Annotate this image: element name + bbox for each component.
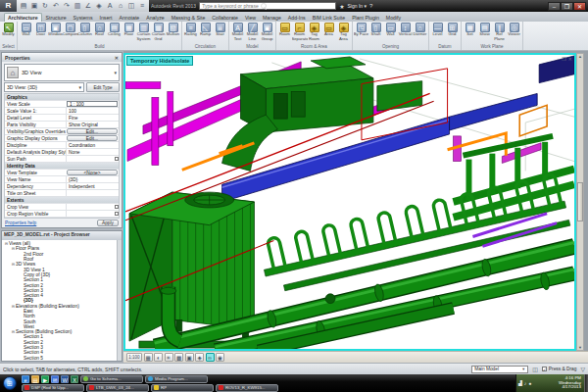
mail-icon[interactable]: ✉ (51, 375, 59, 383)
close-icon[interactable]: ✕ (115, 55, 119, 61)
visual-style-icon[interactable]: ◐ (154, 353, 163, 362)
media-player-icon[interactable]: ▶ (41, 375, 49, 383)
property-value[interactable]: {3D} (66, 176, 119, 182)
property-checkbox[interactable] (115, 212, 120, 217)
property-value[interactable]: Fine (66, 115, 119, 121)
project-browser-header[interactable]: MEP_3D_MODEL.rvt - Project Browser (2, 231, 122, 240)
ribbon-tab[interactable]: Insert (97, 14, 116, 22)
property-value[interactable]: 1 : 100 (67, 101, 118, 107)
property-row[interactable]: Graphics (5, 94, 119, 101)
ribbon-button[interactable]: ▭Room (277, 23, 292, 42)
ribbon-button[interactable]: ◺Ramp (198, 23, 213, 42)
ribbon-button[interactable]: ▥Curtain System (136, 23, 151, 42)
sign-in-button[interactable]: Sign In ▾ (348, 3, 367, 9)
ribbon-tab[interactable]: Analyze (143, 14, 167, 22)
property-checkbox[interactable] (115, 157, 120, 162)
save-icon[interactable]: ▣ (29, 1, 39, 11)
ribbon-button[interactable]: ▢Component (63, 23, 77, 42)
help-icon[interactable]: ? (369, 3, 372, 9)
ribbon-tab[interactable]: BIM Link Suite (310, 14, 348, 22)
ribbon-button[interactable]: ◈Tag Room (307, 23, 321, 42)
property-checkbox[interactable] (115, 205, 120, 210)
view-close-button[interactable]: ✕ (568, 56, 572, 62)
property-row[interactable]: Sun Path (5, 156, 119, 163)
ribbon-button[interactable]: ◳By Face (354, 23, 368, 42)
ribbon-tab[interactable]: View (242, 14, 259, 22)
ribbon-button[interactable]: ▣Model Group (260, 23, 274, 42)
property-row[interactable]: Default Analysis Display Style None (5, 149, 119, 156)
property-value[interactable] (66, 156, 113, 162)
ribbon-button[interactable]: ▣Window (48, 23, 63, 42)
measure-icon[interactable]: ∠ (83, 1, 93, 11)
minimize-button[interactable]: – (548, 2, 561, 11)
reveal-hidden-elements-icon[interactable]: ◉ (216, 353, 224, 362)
taskbar-window-button[interactable]: RP (151, 384, 214, 392)
ribbon-tab[interactable]: Massing & Site (169, 14, 209, 22)
ribbon-tab[interactable]: Manage (260, 14, 284, 22)
thin-lines-icon[interactable]: ≡ (137, 1, 147, 11)
show-desktop-button[interactable] (584, 374, 588, 392)
ribbon-button[interactable]: ◎Viewer (507, 23, 521, 42)
ribbon-button[interactable]: ▭Wall (383, 23, 398, 42)
temporary-hide-isolate-icon[interactable]: ∞ (206, 353, 215, 362)
property-row[interactable]: Crop View (5, 204, 119, 211)
ribbon-button[interactable]: ▤Show (477, 23, 492, 42)
taskbar-window-button[interactable]: LTB_DWK_03_24... (86, 384, 149, 392)
apply-button[interactable]: Apply (97, 220, 119, 226)
ribbon-button[interactable]: ╱Model Line (245, 23, 260, 42)
property-value[interactable]: None (66, 149, 119, 155)
default-3d-view-icon[interactable]: ⌂ (116, 1, 125, 11)
ribbon-button[interactable]: ⌂Roof (92, 23, 107, 42)
ribbon-button[interactable]: ≡Railing (183, 23, 198, 42)
shadows-icon[interactable]: ▩ (174, 353, 183, 362)
property-value[interactable]: 100 (66, 108, 119, 114)
viewport-scrollbar[interactable]: ▲ ▼ (576, 53, 584, 351)
property-value[interactable]: Coordination (66, 142, 119, 148)
ribbon-button[interactable]: ▯Shaft (368, 23, 383, 42)
property-row[interactable]: View Name {3D} (5, 176, 119, 183)
exclude-options-icon[interactable]: ◫ (532, 366, 538, 372)
scrollbar-thumb[interactable] (577, 182, 583, 221)
sync-with-central-icon[interactable]: ↻ (40, 1, 50, 11)
view-restore-button[interactable]: ❐ (562, 56, 565, 62)
property-row[interactable]: Title on Sheet (5, 190, 119, 197)
ribbon-button[interactable]: ▦Floor (122, 23, 136, 42)
property-value[interactable] (66, 204, 113, 210)
ribbon-button[interactable]: ▯Column (77, 23, 92, 42)
taskbar-window-button[interactable]: ROV13_R_KW915... (216, 384, 278, 392)
taskbar-window-button[interactable]: DSP (Rod St Upp... (22, 384, 84, 392)
property-value[interactable] (66, 190, 119, 196)
air-handler-unit[interactable] (222, 57, 422, 171)
ribbon-button[interactable]: ◫Door (33, 23, 48, 42)
word-icon[interactable]: W (61, 375, 69, 383)
maximize-button[interactable]: ❐ (561, 2, 573, 11)
property-row[interactable]: Detail Level Fine (5, 115, 119, 122)
network-icon[interactable]: ▟ (518, 380, 522, 386)
property-value[interactable]: <None> (67, 170, 118, 175)
view-scale-button[interactable]: 1:100 (126, 353, 142, 362)
taskbar-window-button[interactable]: Media Program... (145, 375, 208, 383)
property-row[interactable]: Extents (5, 197, 119, 204)
show-crop-region-icon[interactable]: ◈ (195, 353, 204, 362)
properties-header[interactable]: Properties✕ (2, 53, 122, 62)
property-row[interactable]: Discipline Coordination (5, 142, 119, 149)
view-minimize-button[interactable]: ‒ (558, 56, 561, 62)
ribbon-tab[interactable]: Architecture (4, 13, 42, 22)
design-options-dropdown[interactable]: Main Model▼ (471, 366, 528, 373)
undo-icon[interactable]: ↶ (51, 1, 61, 11)
property-row[interactable]: View Template <None> (5, 170, 119, 176)
property-row[interactable]: Identity Data (5, 163, 119, 170)
ribbon-button[interactable]: ▭Area (321, 23, 336, 42)
property-row[interactable]: Parts Visibility Show Original (5, 122, 119, 128)
ribbon-button[interactable]: ▦Set (463, 23, 477, 42)
property-value[interactable] (66, 211, 113, 217)
scroll-up-icon[interactable]: ▲ (578, 54, 582, 59)
3d-view-canvas[interactable] (125, 55, 574, 349)
favorites-icon[interactable]: ★ (339, 3, 344, 10)
ribbon-tab[interactable]: Structure (43, 14, 70, 22)
property-row[interactable]: Visibility/Graphics Overrides Edit... (5, 128, 119, 135)
ribbon-button[interactable]: ≣Stair (213, 23, 227, 42)
redo-icon[interactable]: ↷ (62, 1, 72, 11)
selection-filter-icon[interactable]: ▽ (580, 366, 585, 372)
excel-icon[interactable]: X (71, 375, 78, 383)
